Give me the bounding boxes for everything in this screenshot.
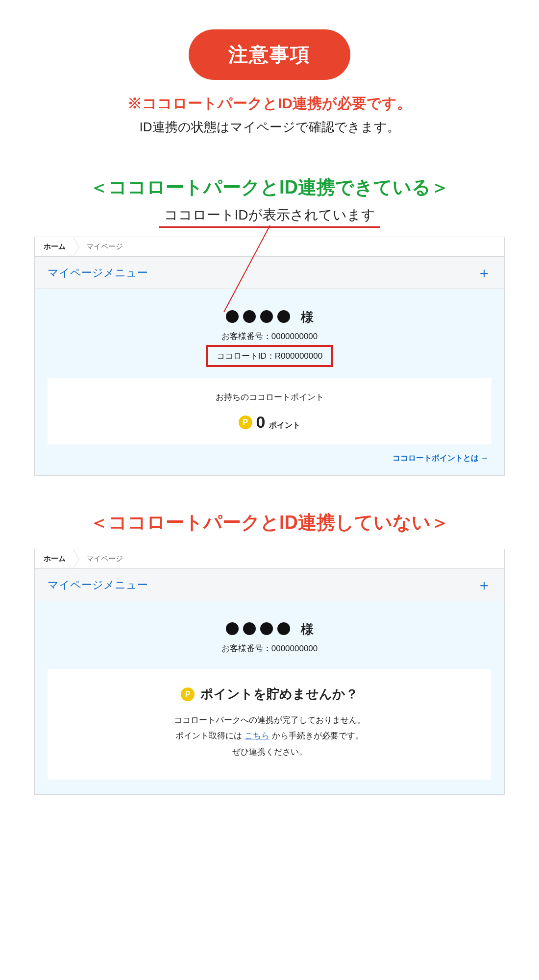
expand-icon: ＋ (477, 266, 491, 280)
notice-black-text: ID連携の状態はマイページで確認できます。 (0, 119, 539, 136)
section-title-linked: ＜ココロートパークとID連携できている＞ (0, 175, 539, 200)
cocorohto-id-box: ココロートID：R000000000 (48, 345, 491, 367)
breadcrumb-current: マイページ (74, 554, 123, 564)
points-info-link[interactable]: ココロートポイントとは → (392, 454, 489, 462)
breadcrumb-current: マイページ (74, 242, 123, 251)
link-prompt-card: P ポイントを貯めませんか？ ココロートパークへの連携が完了しておりません。 ポ… (48, 669, 491, 780)
callout-text: ココロートIDが表示されています (159, 206, 380, 228)
name-mask-dot (260, 622, 273, 635)
expand-icon: ＋ (477, 578, 491, 592)
name-mask-dot (277, 310, 290, 323)
link-here-link[interactable]: こちら (245, 731, 270, 740)
points-card: お持ちのココロートポイント P 0 ポイント (48, 378, 491, 444)
points-icon: P (181, 687, 195, 701)
link-prompt-line1: ココロートパークへの連携が完了しておりません。 (57, 712, 482, 728)
link-prompt-line3: ぜひ連携ください。 (57, 744, 482, 760)
customer-number: お客様番号：0000000000 (48, 643, 491, 654)
breadcrumb: ホーム マイページ (35, 549, 504, 569)
name-mask-dot (243, 622, 256, 635)
mypage-menu-label: マイページメニュー (48, 578, 148, 592)
notice-red-text: ※ココロートパークとID連携が必要です。 (0, 94, 539, 114)
customer-name-row: 様 (48, 621, 491, 638)
name-suffix: 様 (301, 622, 314, 637)
mypage-panel-linked: ホーム マイページ マイページメニュー ＋ 様 お客様番号：0000000000… (34, 237, 505, 476)
customer-number: お客様番号：0000000000 (48, 331, 491, 342)
name-mask-dot (226, 622, 239, 635)
customer-name-row: 様 (48, 309, 491, 326)
section-title-not-linked: ＜ココロートパークとID連携していない＞ (0, 510, 539, 535)
notice-badge: 注意事項 (189, 29, 350, 80)
mypage-menu-row[interactable]: マイページメニュー ＋ (35, 257, 504, 289)
link-prompt-line2: ポイント取得には こちら から手続きが必要です。 (57, 728, 482, 744)
breadcrumb: ホーム マイページ (35, 237, 504, 257)
points-value: 0 (256, 413, 266, 432)
breadcrumb-home[interactable]: ホーム (37, 549, 74, 568)
breadcrumb-home[interactable]: ホーム (37, 237, 74, 256)
name-mask-dot (243, 310, 256, 323)
name-mask-dot (260, 310, 273, 323)
name-mask-dot (277, 622, 290, 635)
name-suffix: 様 (301, 310, 314, 324)
name-mask-dot (226, 310, 239, 323)
mypage-menu-row[interactable]: マイページメニュー ＋ (35, 569, 504, 601)
points-unit: ポイント (269, 420, 300, 431)
points-icon: P (239, 416, 252, 429)
points-card-title: お持ちのココロートポイント (57, 392, 482, 403)
mypage-panel-not-linked: ホーム マイページ マイページメニュー ＋ 様 お客様番号：0000000000… (34, 549, 505, 795)
link-prompt-title: ポイントを貯めませんか？ (200, 686, 358, 703)
mypage-menu-label: マイページメニュー (48, 266, 148, 280)
